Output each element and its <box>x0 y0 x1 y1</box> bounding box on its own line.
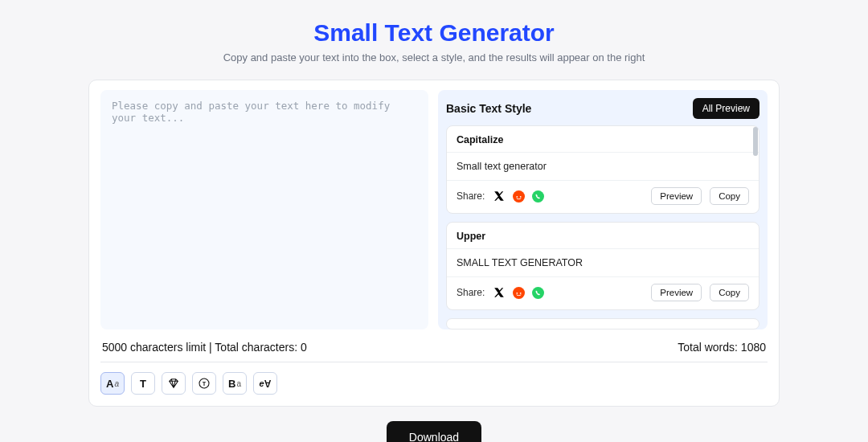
svg-point-5 <box>516 292 518 293</box>
diamond-icon <box>167 377 180 390</box>
share-label: Share: <box>457 190 485 202</box>
text-input[interactable] <box>100 90 428 329</box>
svg-text:T: T <box>203 380 207 387</box>
tab-reverse[interactable]: eA <box>253 372 277 395</box>
style-card-capitalize: Capitalize Small text generator Share: P… <box>446 125 760 214</box>
stats-row: 5000 characters limit | Total characters… <box>100 329 768 362</box>
share-label: Share: <box>457 287 485 298</box>
reddit-icon[interactable] <box>512 190 525 203</box>
preview-button[interactable]: Preview <box>651 284 702 301</box>
scrollbar-thumb[interactable] <box>753 127 758 156</box>
whatsapp-icon[interactable] <box>531 190 544 203</box>
style-name: Lower <box>447 319 759 329</box>
main-card: Basic Text Style All Preview Capitalize … <box>88 80 780 407</box>
total-words-label: Total words: <box>678 341 738 354</box>
style-name: Upper <box>447 223 759 249</box>
tab-bold[interactable]: Ba <box>223 372 247 395</box>
svg-point-7 <box>532 287 544 299</box>
tab-circle-t[interactable]: T <box>192 372 216 395</box>
circle-t-icon: T <box>198 377 211 390</box>
x-icon[interactable] <box>493 286 506 299</box>
style-tabs: Aa T T Ba eA <box>100 362 768 395</box>
total-chars-label: Total characters: <box>215 341 297 354</box>
copy-button[interactable]: Copy <box>710 284 749 301</box>
char-limit-label: 5000 characters limit <box>102 341 206 354</box>
total-chars-value: 0 <box>301 341 307 354</box>
all-preview-button[interactable]: All Preview <box>693 98 760 119</box>
download-button[interactable]: Download <box>387 421 481 442</box>
reddit-icon[interactable] <box>512 286 525 299</box>
style-card-upper: Upper SMALL TEXT GENERATOR Share: Previe… <box>446 222 760 310</box>
style-output: SMALL TEXT GENERATOR <box>447 249 759 277</box>
tab-diamond[interactable] <box>162 372 186 395</box>
svg-point-2 <box>520 195 522 197</box>
style-output: Small text generator <box>447 153 759 181</box>
whatsapp-icon[interactable] <box>531 286 544 299</box>
svg-point-4 <box>513 287 525 299</box>
preview-button[interactable]: Preview <box>651 187 702 205</box>
style-name: Capitalize <box>447 126 759 153</box>
total-words-value: 1080 <box>741 341 766 354</box>
svg-point-6 <box>520 292 522 293</box>
svg-point-3 <box>532 190 544 203</box>
styles-heading: Basic Text Style <box>446 102 531 115</box>
page-title: Small Text Generator <box>0 0 868 47</box>
styles-panel: Basic Text Style All Preview Capitalize … <box>438 90 768 329</box>
style-card-lower: Lower <box>446 318 760 329</box>
copy-button[interactable]: Copy <box>710 187 749 205</box>
svg-point-1 <box>516 195 518 197</box>
page-subtitle: Copy and paste your text into the box, s… <box>0 51 868 63</box>
tab-font[interactable]: T <box>131 372 155 395</box>
x-icon[interactable] <box>493 190 506 203</box>
svg-point-0 <box>513 190 525 203</box>
tab-case[interactable]: Aa <box>100 372 125 395</box>
styles-scroll[interactable]: Capitalize Small text generator Share: P… <box>446 125 760 329</box>
